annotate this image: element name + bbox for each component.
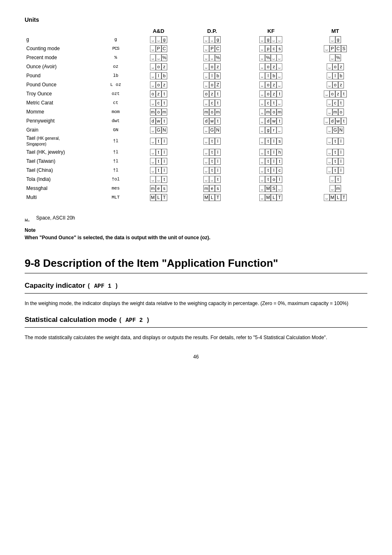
table-row: Pound OunceL oz␣oz␣oZ␣oz␣␣oz: [25, 80, 367, 89]
unit-mt: ␣tl: [303, 166, 367, 175]
unit-dp: ␣␣%: [185, 53, 239, 62]
unit-ad: ␣lb: [132, 71, 185, 80]
note-section: ␣ Space, ASCII 20h Note When "Pound Ounc…: [25, 214, 367, 240]
unit-symbol: †ol: [99, 175, 131, 184]
unit-kf: ␣lb␣: [239, 71, 303, 80]
unit-ad: ␣oz: [132, 80, 185, 89]
unit-mt: ␣lb: [303, 71, 367, 80]
unit-dp: ␣tl: [185, 134, 239, 148]
table-row: Tael (HK general,Singapore)†l␣tl␣tl␣tls␣…: [25, 134, 367, 148]
col-header-kf: KF: [239, 27, 303, 35]
unit-dp: mes: [185, 184, 239, 193]
unit-name: Pound Ounce: [25, 80, 99, 89]
unit-dp: MLT: [185, 193, 239, 202]
subsection-divider: [25, 293, 367, 294]
unit-mt: ␣tl: [303, 148, 367, 157]
unit-kf: ␣MLT: [239, 193, 303, 202]
subsection-mono: ( APF 1 ): [87, 283, 118, 289]
subsection-mono: ( APF 2 ): [119, 317, 150, 324]
unit-name: Ounce (Avoir): [25, 62, 99, 71]
unit-mt: ␣g: [303, 35, 367, 44]
table-row: GrainGN␣GN␣GN␣gr␣␣GN: [25, 125, 367, 134]
unit-symbol: mes: [99, 184, 131, 193]
unit-dp: ␣oZ: [185, 80, 239, 89]
table-row: Troy Ounceoztoztozt␣ozt␣ozt: [25, 89, 367, 98]
unit-symbol: %: [99, 53, 131, 62]
table-row: gg␣␣g␣␣g␣g␣␣␣g: [25, 35, 367, 44]
unit-kf: ␣pcs: [239, 44, 303, 53]
unit-ad: ␣tl: [132, 134, 185, 148]
table-row: Tael (China)†l␣tl␣tl␣tlc␣tl: [25, 166, 367, 175]
unit-dp: mom: [185, 107, 239, 116]
unit-mt: ␣ozt: [303, 89, 367, 98]
unit-kf: ␣tlt: [239, 157, 303, 166]
unit-mt: ␣PCS: [303, 44, 367, 53]
unit-ad: ␣␣t: [132, 175, 185, 184]
unit-kf: ␣tlh: [239, 148, 303, 157]
units-title: Units: [25, 16, 367, 23]
unit-dp: ␣␣g: [185, 35, 239, 44]
unit-name: Metric Carat: [25, 98, 99, 107]
unit-name: Tael (Taiwan): [25, 157, 99, 166]
unit-name: Grain: [25, 125, 99, 134]
note-text: When "Pound Ounce" is selected, the data…: [25, 235, 367, 240]
unit-kf: ␣dwt: [239, 116, 303, 125]
unit-mt: ␣oz: [303, 62, 367, 71]
chapter-heading: 9-8 Description of the Item "Application…: [25, 257, 367, 273]
unit-ad: ␣oz: [132, 62, 185, 71]
unit-ad: ␣␣%: [132, 53, 185, 62]
unit-name: Tael (China): [25, 166, 99, 175]
note-title: Note: [25, 227, 367, 233]
unit-symbol: lb: [99, 71, 131, 80]
unit-symbol: L oz: [99, 80, 131, 89]
unit-name: Tael (HK general,Singapore): [25, 134, 99, 148]
unit-symbol: PCS: [99, 44, 131, 53]
unit-ad: ␣GN: [132, 125, 185, 134]
unit-mt: ␣MLT: [303, 193, 367, 202]
unit-name: g: [25, 35, 99, 44]
subsection-heading: Capacity indicator ( APF 1 ): [25, 282, 367, 290]
unit-kf: ␣g␣␣: [239, 35, 303, 44]
subsection-0: Capacity indicator ( APF 1 )In the weigh…: [25, 282, 367, 308]
unit-mt: ␣t: [303, 175, 367, 184]
unit-ad: ␣tl: [132, 148, 185, 157]
unit-symbol: dwt: [99, 116, 131, 125]
unit-dp: ozt: [185, 89, 239, 98]
col-header-dp: D.P.: [185, 27, 239, 35]
unit-ad: ozt: [132, 89, 185, 98]
unit-dp: ␣tl: [185, 148, 239, 157]
unit-name: Momme: [25, 107, 99, 116]
unit-kf: ␣MS␣: [239, 184, 303, 193]
unit-ad: ␣tl: [132, 157, 185, 166]
unit-symbol: ozt: [99, 89, 131, 98]
unit-kf: ␣tol: [239, 175, 303, 184]
unit-name: Messghal: [25, 184, 99, 193]
unit-mt: ␣ct: [303, 98, 367, 107]
table-row: Tael (Taiwan)†l␣tl␣tl␣tlt␣tl: [25, 157, 367, 166]
col-header-ad: A&D: [132, 27, 185, 35]
unit-name: Tael (HK, jewelry): [25, 148, 99, 157]
table-row: Precent mode%␣␣%␣␣%␣%␣␣␣%: [25, 53, 367, 62]
unit-ad: ␣ct: [132, 98, 185, 107]
table-row: Tola (India)†ol␣␣t␣␣t␣tol␣t: [25, 175, 367, 184]
unit-symbol: g: [99, 35, 131, 44]
unit-symbol: †l: [99, 166, 131, 175]
unit-mt: ␣%: [303, 53, 367, 62]
unit-symbol: oz: [99, 62, 131, 71]
unit-ad: mes: [132, 184, 185, 193]
table-row: Counting modePCS␣PC␣PC␣pcs␣PCS: [25, 44, 367, 53]
unit-mt: ␣dwt: [303, 116, 367, 125]
unit-dp: ␣PC: [185, 44, 239, 53]
subsection-text: In the weighing mode, the indicator disp…: [25, 300, 367, 308]
unit-name: Precent mode: [25, 53, 99, 62]
space-legend: ␣ Space, ASCII 20h: [25, 214, 367, 221]
unit-mt: ␣m: [303, 184, 367, 193]
unit-mt: ␣oz: [303, 80, 367, 89]
subsection-divider: [25, 327, 367, 328]
unit-name: Pound: [25, 71, 99, 80]
unit-name: Counting mode: [25, 44, 99, 53]
unit-kf: ␣tlc: [239, 166, 303, 175]
unit-symbol: †l: [99, 157, 131, 166]
units-table: A&D D.P. KF MT gg␣␣g␣␣g␣g␣␣␣gCounting mo…: [25, 27, 367, 202]
subsection-text: The mode statistically calculates the we…: [25, 334, 367, 342]
